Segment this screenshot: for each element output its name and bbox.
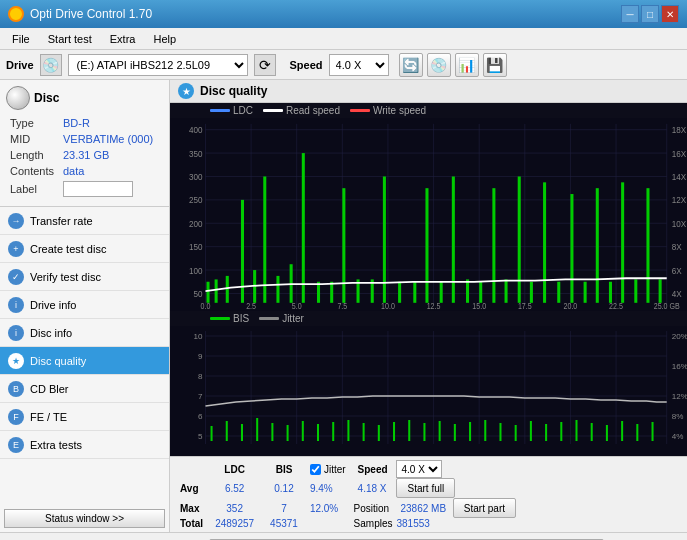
app-title: Opti Drive Control 1.70 [30,7,152,21]
disc-label-row: Label [8,180,161,198]
sidebar-item-cd-bler[interactable]: B CD Bler [0,375,169,403]
menu-file[interactable]: File [4,31,38,47]
sidebar-item-drive-info[interactable]: i Drive info [0,291,169,319]
legend-write-speed: Write speed [350,105,426,116]
svg-rect-108 [317,424,319,441]
sidebar-item-fe-te[interactable]: F FE / TE [0,403,169,431]
main-content: ★ Disc quality LDC Read speed Write spee… [170,80,687,532]
svg-rect-114 [408,420,410,441]
extra-tests-label: Extra tests [30,439,82,451]
save-icon[interactable]: 💾 [483,53,507,77]
graph-icon[interactable]: 📊 [455,53,479,77]
avg-ldc: 6.52 [207,478,262,498]
disc-mid-value: VERBATIMe (000) [61,132,161,146]
status-window-button[interactable]: Status window >> [4,509,165,528]
stats-speed-sel: 4.0 X [396,460,520,478]
stats-header-row: LDC BIS Jitter Speed 4.0 X [176,460,520,478]
svg-rect-36 [413,282,416,303]
svg-rect-46 [543,182,546,302]
svg-rect-129 [636,424,638,441]
svg-text:20%: 20% [672,332,687,341]
svg-text:250: 250 [189,195,203,206]
svg-rect-119 [484,420,486,441]
stats-avg-row: Avg 6.52 0.12 9.4% 4.18 X Start full [176,478,520,498]
disc-panel-title: Disc [34,91,59,105]
svg-rect-44 [518,176,521,302]
drive-info-label: Drive info [30,299,76,311]
svg-text:5: 5 [198,432,203,441]
disc-thumbnail [6,86,30,110]
svg-text:10.0: 10.0 [381,301,395,311]
menu-start-test[interactable]: Start test [40,31,100,47]
stats-table: LDC BIS Jitter Speed 4.0 X [176,460,520,529]
disc-icon[interactable]: 💿 [427,53,451,77]
disc-info-table: Type BD-R MID VERBATIMe (000) Length 23.… [6,114,163,200]
main-layout: Disc Type BD-R MID VERBATIMe (000) Lengt… [0,80,687,532]
sidebar-item-disc-quality[interactable]: ★ Disc quality [0,347,169,375]
drive-select[interactable]: (E:) ATAPI iHBS212 2.5L09 [68,54,248,76]
write-speed-legend-label: Write speed [373,105,426,116]
refresh-icon[interactable]: 🔄 [399,53,423,77]
svg-text:6: 6 [198,412,203,421]
start-part-button[interactable]: Start part [453,498,516,518]
svg-rect-38 [440,282,443,303]
svg-rect-111 [363,423,365,441]
stats-bis-header: BIS [262,460,306,478]
total-label: Total [176,518,207,529]
create-test-icon: + [8,241,24,257]
drive-label: Drive [6,59,34,71]
svg-rect-48 [570,194,573,303]
total-empty [306,518,350,529]
svg-text:8: 8 [198,372,203,381]
close-button[interactable]: ✕ [661,5,679,23]
svg-rect-83 [170,326,687,456]
svg-text:2.5: 2.5 [246,301,256,311]
stats-main: LDC BIS Jitter Speed 4.0 X [176,460,681,529]
menu-extra[interactable]: Extra [102,31,144,47]
title-bar: Opti Drive Control 1.70 ─ □ ✕ [0,0,687,28]
menu-help[interactable]: Help [145,31,184,47]
svg-rect-45 [530,282,533,303]
svg-rect-113 [393,422,395,441]
svg-text:100: 100 [189,265,203,276]
svg-rect-39 [452,176,455,302]
svg-rect-115 [423,423,425,441]
disc-type-value: BD-R [61,116,161,130]
svg-text:8X: 8X [672,242,682,253]
stats-ldc-header: LDC [207,460,262,478]
disc-label-label: Label [8,180,59,198]
stats-max-row: Max 352 7 12.0% Position 23862 MB Start … [176,498,520,518]
stats-total-row: Total 2489257 45371 Samples 381553 [176,518,520,529]
sidebar-item-verify-test[interactable]: ✓ Verify test disc [0,263,169,291]
speed-select-stats[interactable]: 4.0 X [396,460,442,478]
status-window-container: Status window >> [0,505,169,532]
disc-panel: Disc Type BD-R MID VERBATIMe (000) Lengt… [0,80,169,207]
svg-rect-107 [302,421,304,441]
sidebar-item-create-test[interactable]: + Create test disc [0,235,169,263]
start-full-button[interactable]: Start full [396,478,455,498]
legend-jitter: Jitter [259,313,304,324]
svg-text:7.5: 7.5 [337,301,347,311]
disc-label-input[interactable] [63,181,133,197]
disc-label-cell [61,180,161,198]
fe-te-icon: F [8,409,24,425]
svg-text:25.0 GB: 25.0 GB [654,301,680,311]
drive-eject-icon[interactable]: 💿 [40,54,62,76]
drive-refresh-icon[interactable]: ⟳ [254,54,276,76]
maximize-button[interactable]: □ [641,5,659,23]
max-jitter: 12.0% [306,498,350,518]
svg-rect-37 [425,188,428,303]
bis-legend-label: BIS [233,313,249,324]
sidebar-item-disc-info[interactable]: i Disc info [0,319,169,347]
minimize-button[interactable]: ─ [621,5,639,23]
jitter-checkbox[interactable] [310,464,321,475]
svg-rect-34 [383,176,386,302]
toolbar-icons: 🔄 💿 📊 💾 [399,53,507,77]
svg-text:14X: 14X [672,171,687,182]
write-speed-legend-dot [350,109,370,112]
svg-text:22.5: 22.5 [609,301,623,311]
sidebar-item-transfer-rate[interactable]: → Transfer rate [0,207,169,235]
speed-select[interactable]: 4.0 X 8.0 X MAX [329,54,389,76]
svg-rect-109 [332,422,334,441]
sidebar-item-extra-tests[interactable]: E Extra tests [0,431,169,459]
